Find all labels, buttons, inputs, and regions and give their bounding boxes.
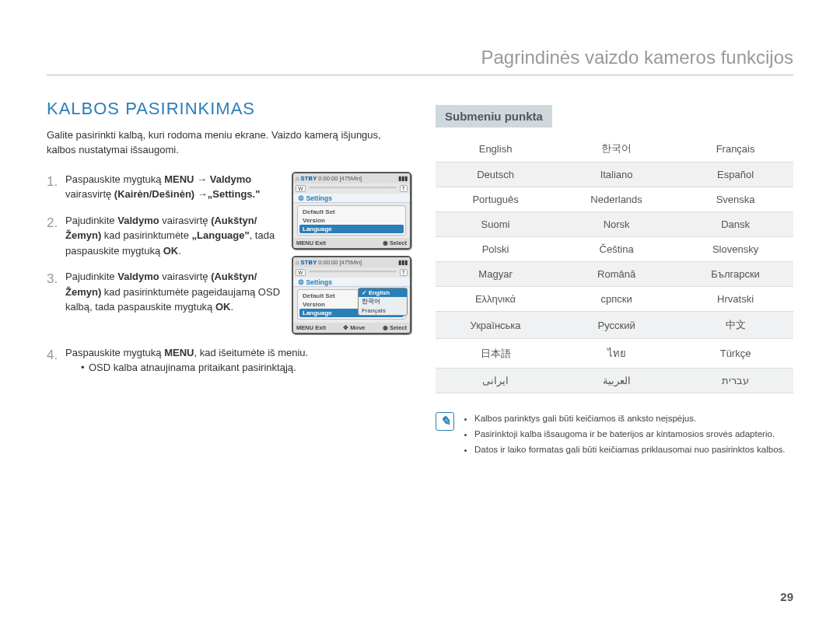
step-number: 2. (47, 213, 59, 259)
content-columns: KALBOS PASIRINKIMAS Galite pasirinkti ka… (47, 91, 793, 458)
table-row: MagyarRomânăБългарски (436, 262, 793, 287)
note-list: Kalbos parinktys gali būti keičiamos iš … (464, 412, 785, 458)
step-text: , kad išeitumėte iš meniu. (194, 347, 308, 358)
popup-option-korean[interactable]: 한국어 (359, 297, 407, 306)
zoom-t: T (400, 185, 408, 192)
step-text: Pajudinkite (65, 215, 117, 226)
language-cell: Čeština (555, 237, 677, 262)
step-number: 3. (47, 269, 59, 315)
step-2: 2. Pajudinkite Valdymo vairasvirtę (Aukš… (47, 213, 284, 259)
note-item: Kalbos parinktys gali būti keičiamos iš … (474, 412, 785, 426)
step-text: → (194, 188, 208, 200)
battery-icon: ▮▮▮ (398, 259, 408, 266)
language-cell: العربية (555, 369, 677, 393)
step-text: vairasvirtę (159, 271, 211, 282)
table-row: 日本語ไทยTürkçe (436, 339, 793, 369)
language-cell: English (436, 135, 555, 162)
battery-icon: ▮▮▮ (398, 175, 408, 182)
select-key: ◉ Select (383, 324, 407, 331)
menu-key: MENU Exit (296, 324, 326, 331)
step-bold: OK (163, 245, 179, 257)
language-cell: Türkçe (677, 339, 793, 369)
language-cell: Norsk (555, 212, 677, 237)
language-cell: Italiano (555, 162, 677, 187)
note-item: Pasirinktoji kalba išsaugoma ir be bater… (474, 428, 785, 442)
zoom-bar (309, 187, 397, 190)
settings-title: Settings (306, 278, 332, 286)
osd-screen-settings: ⌂ STBY 0:00:00 [475Min] ▮▮▮ W T ⚙ Settin… (292, 172, 411, 250)
language-cell: Dansk (677, 212, 793, 237)
zoom-bar (309, 271, 397, 274)
menu-key: MENU Exit (296, 239, 326, 246)
note-icon: ✎ (436, 412, 454, 431)
language-cell: Ελληνικά (436, 287, 555, 312)
table-row: SuomiNorskDansk (436, 212, 793, 237)
language-cell: Français (677, 135, 793, 162)
note-item: Datos ir laiko formatas gali būti keičia… (474, 443, 785, 457)
table-row: English한국어Français (436, 135, 793, 162)
language-cell: Español (677, 162, 793, 187)
language-popup: ✓English 한국어 Français (358, 288, 408, 316)
step-text: → (194, 173, 209, 185)
zoom-w: W (296, 185, 306, 192)
rec-time: 0:00:00 (318, 175, 338, 182)
step-text: . (178, 245, 181, 257)
language-cell: Български (677, 262, 793, 287)
table-row: ΕλληνικάсрпскиHrvatski (436, 287, 793, 312)
popup-option-francais[interactable]: Français (359, 306, 407, 315)
screen-group: ⌂ STBY 0:00:00 [475Min] ▮▮▮ W T ⚙ Settin… (292, 172, 412, 341)
breadcrumb: Pagrindinės vaizdo kameros funkcijos (47, 47, 793, 75)
step-number: 1. (47, 172, 59, 202)
step-text: vairasvirtę (65, 188, 114, 200)
language-cell: Polski (436, 237, 555, 262)
language-cell: Magyar (436, 262, 555, 287)
language-cell: עברית (677, 369, 793, 393)
language-cell: Nederlands (555, 187, 677, 212)
language-cell: Română (555, 262, 677, 287)
page-number: 29 (47, 590, 793, 603)
step-bold: OK (215, 301, 231, 313)
table-row: ایرانیالعربيةעברית (436, 369, 793, 393)
language-cell: Українська (436, 312, 555, 339)
language-cell: српски (555, 287, 677, 312)
language-cell: Русский (555, 312, 677, 339)
language-cell: Hrvatski (677, 287, 793, 312)
stby-label: STBY (301, 259, 317, 266)
step-bold: MENU (164, 347, 194, 358)
submenu-heading: Submeniu punkta (436, 105, 552, 128)
step-bold: MENU (164, 173, 194, 185)
step-bold: „Language" (192, 229, 250, 241)
right-column: Submeniu punkta English한국어FrançaisDeutsc… (436, 91, 793, 458)
popup-option-english[interactable]: ✓English (359, 288, 407, 297)
menu-version: Version (298, 216, 405, 225)
settings-title: Settings (306, 194, 332, 202)
camera-icon: ⌂ (296, 259, 299, 266)
camera-icon: ⌂ (296, 175, 299, 182)
note-block: ✎ Kalbos parinktys gali būti keičiamos i… (436, 412, 793, 458)
table-row: DeutschItalianoEspañol (436, 162, 793, 187)
remain-time: [475Min] (339, 175, 362, 182)
language-cell: ایرانی (436, 369, 555, 393)
step-3: 3. Pajudinkite Valdymo vairasvirtę (Aukš… (47, 269, 284, 315)
page: Pagrindinės vaizdo kameros funkcijos KAL… (47, 0, 793, 634)
menu-language-selected[interactable]: Language (299, 225, 404, 233)
move-key: ✥ Move (343, 324, 365, 331)
language-cell: ไทย (555, 339, 677, 369)
language-cell: Deutsch (436, 162, 555, 187)
step-bold: Valdymo (210, 173, 251, 185)
table-row: PolskiČeštinaSlovensky (436, 237, 793, 262)
language-cell: Suomi (436, 212, 555, 237)
step-bold: Valdymo (117, 215, 159, 226)
settings-icon: ⚙ (298, 278, 304, 286)
intro-text: Galite pasirinkti kalbą, kuri rodoma men… (47, 128, 412, 158)
remain-time: [475Min] (339, 259, 362, 266)
stby-label: STBY (301, 175, 317, 182)
step-4: 4. Paspauskite mygtuką MENU, kad išeitum… (47, 345, 412, 376)
step-bold: (Kairėn/Dešinėn) (114, 188, 194, 200)
step-number: 4. (47, 345, 59, 376)
osd-screen-language-popup: ⌂ STBY 0:00:00 [475Min] ▮▮▮ W T ⚙ Settin… (292, 256, 411, 334)
language-cell: 한국어 (555, 135, 677, 162)
step-text: Paspauskite mygtuką (65, 347, 164, 358)
table-row: УкраїнськаРусский中文 (436, 312, 793, 339)
zoom-w: W (296, 269, 306, 276)
